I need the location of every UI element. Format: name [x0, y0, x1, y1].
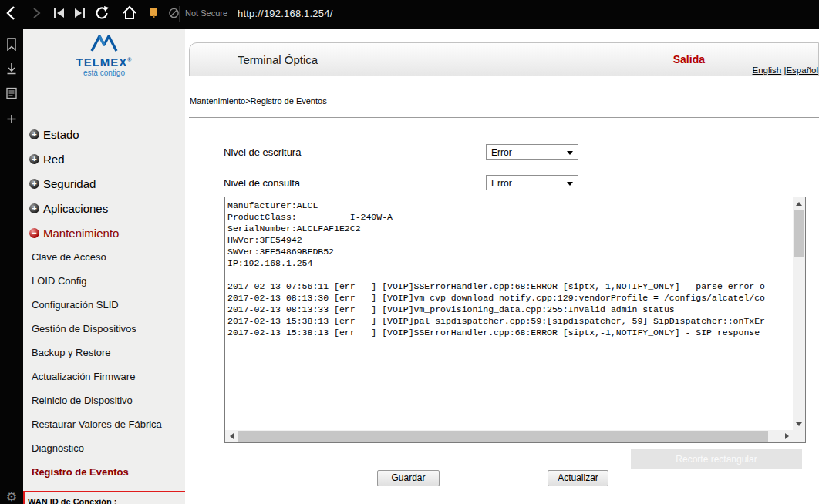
header-divider	[189, 117, 819, 118]
sidebar-item-aplicaciones[interactable]: + Aplicaciones	[23, 196, 185, 220]
language-switcher: English |Español	[753, 66, 818, 75]
sidebar-item-seguridad[interactable]: + Seguridad	[23, 171, 185, 196]
chevron-down-icon	[567, 182, 573, 186]
lang-english-link[interactable]: English	[753, 66, 782, 75]
sidebar-item-configuracion-slid[interactable]: Configuración SLID	[23, 293, 185, 317]
expand-plus-icon[interactable]: +	[29, 129, 39, 139]
menu-label: Mantenimiento	[43, 227, 119, 240]
expand-plus-icon[interactable]: +	[29, 203, 39, 213]
breadcrumb: Mantenimiento>Registro de Eventos	[190, 96, 327, 106]
download-icon[interactable]	[6, 62, 18, 79]
query-level-label: Nivel de consulta	[224, 177, 300, 189]
page-title: Terminal Óptica	[238, 53, 318, 66]
sidebar-item-wan-id-conexion[interactable]: WAN ID de Conexión :	[23, 491, 187, 504]
save-button[interactable]: Guardar	[377, 470, 440, 486]
expand-plus-icon[interactable]: +	[29, 179, 39, 189]
write-level-select[interactable]: Error	[486, 144, 578, 160]
sidebar-item-mantenimiento[interactable]: − Mantenimiento	[23, 220, 185, 245]
sidebar-item-estado[interactable]: + Estado	[23, 122, 185, 146]
refresh-icon[interactable]	[94, 5, 110, 24]
sidebar-item-registro-de-eventos[interactable]: Registro de Eventos	[23, 460, 185, 484]
sidebar-item-actualizacion-firmware[interactable]: Actualización Firmware	[23, 365, 185, 388]
page-header-bar: Terminal Óptica Salida	[189, 42, 819, 76]
bookmark-icon[interactable]	[6, 38, 17, 54]
collapse-minus-icon[interactable]: −	[29, 228, 39, 238]
main-menu: + Estado + Red + Seguridad + Aplicacione…	[23, 122, 185, 484]
menu-label: Aplicaciones	[43, 202, 108, 215]
forward-icon[interactable]	[29, 6, 43, 23]
query-level-select[interactable]: Error	[486, 175, 578, 190]
extension-icon[interactable]	[148, 7, 159, 22]
scroll-right-icon[interactable]	[780, 430, 793, 442]
reading-list-icon[interactable]	[6, 87, 18, 102]
skip-back-icon[interactable]	[52, 8, 66, 22]
query-level-value: Error	[491, 178, 512, 189]
sidebar-item-gestion-de-dispositivos[interactable]: Gestión de Dispositivos	[23, 317, 185, 341]
add-tab-icon[interactable]	[7, 113, 17, 127]
sidebar-item-diagnostico[interactable]: Diagnóstico	[23, 436, 185, 460]
snip-watermark: Recorte rectangular	[631, 449, 802, 469]
logo-wordmark: TELMEX®	[23, 55, 185, 69]
chevron-down-icon	[567, 151, 573, 155]
sidebar-item-clave-de-acceso[interactable]: Clave de Acceso	[23, 245, 185, 269]
scroll-up-icon[interactable]	[793, 197, 805, 210]
skip-forward-icon[interactable]	[72, 8, 86, 22]
logout-link[interactable]: Salida	[673, 53, 705, 66]
sidebar-item-restaurar-valores-de-fabrica[interactable]: Restaurar Valores de Fábrica	[23, 412, 185, 436]
scroll-left-icon[interactable]	[225, 430, 238, 442]
refresh-button[interactable]: Actualizar	[548, 470, 608, 486]
scroll-down-icon[interactable]	[793, 418, 805, 430]
horizontal-scroll-thumb[interactable]	[238, 431, 768, 442]
menu-label: Red	[43, 153, 65, 166]
sidebar-item-loid-config[interactable]: LOID Config	[23, 269, 185, 293]
vertical-scrollbar[interactable]	[793, 197, 805, 430]
horizontal-scrollbar[interactable]	[225, 430, 793, 442]
vertical-scroll-thumb[interactable]	[794, 210, 804, 257]
scrollbar-corner	[793, 430, 805, 442]
write-level-value: Error	[491, 147, 512, 158]
browser-toolbar: Not Secure http://192.168.1.254/	[0, 0, 819, 29]
settings-gear-icon[interactable]: ⚙	[6, 489, 17, 504]
event-log-textarea[interactable]: Manufacturer:ALCL ProductClass:_________…	[224, 197, 806, 443]
home-icon[interactable]	[122, 5, 137, 24]
write-level-label: Nivel de escritura	[224, 146, 301, 158]
sidebar-item-backup-y-restore[interactable]: Backup y Restore	[23, 341, 185, 365]
menu-label: Estado	[43, 128, 79, 141]
menu-label: Seguridad	[43, 177, 96, 190]
event-log-text: Manufacturer:ALCL ProductClass:_________…	[228, 200, 790, 428]
sidebar-item-red[interactable]: + Red	[23, 146, 185, 171]
telmex-logo: TELMEX® está contigo	[23, 35, 185, 77]
back-icon[interactable]	[3, 5, 20, 25]
security-label: Not Secure	[185, 8, 228, 18]
url-bar[interactable]: http://192.168.1.254/	[238, 8, 332, 19]
app-sidebar: TELMEX® está contigo + Estado + Red + Se…	[23, 29, 185, 504]
logo-tagline: está contigo	[23, 69, 185, 77]
telmex-logo-mark	[89, 35, 120, 52]
browser-side-rail: ⚙	[0, 29, 23, 504]
not-secure-icon[interactable]	[168, 7, 180, 22]
sidebar-item-reinicio-de-dispositivo[interactable]: Reinicio de Dispositivo	[23, 388, 185, 412]
lang-espanol-link[interactable]: Español	[786, 66, 818, 75]
main-content: Terminal Óptica Salida English |Español …	[185, 29, 819, 504]
expand-plus-icon[interactable]: +	[29, 154, 39, 164]
